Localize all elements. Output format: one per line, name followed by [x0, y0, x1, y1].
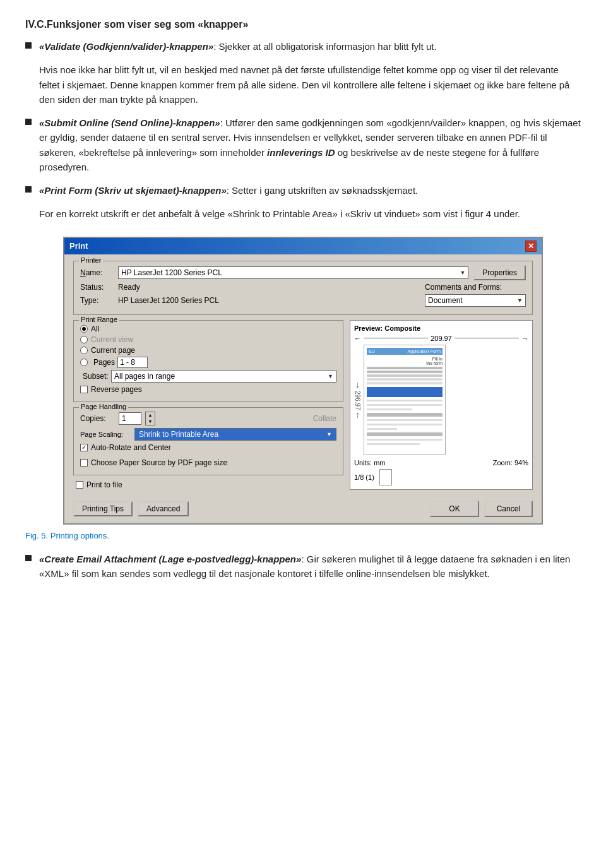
print-after: : Setter i gang utskriften av søknadsskj… [227, 185, 418, 196]
preview-line-5 [367, 382, 443, 384]
auto-rotate-checkbox[interactable]: ✓ [80, 444, 88, 451]
page-content: IV.C.Funksjoner som viser seg som «knapp… [25, 19, 581, 581]
fig-caption: Fig. 5. Printing options. [25, 531, 581, 540]
bullet-validate: «Validate (Godkjenn/valider)-knappen»: S… [25, 39, 581, 54]
printer-name-row: Name: HP LaserJet 1200 Series PCL ▼ Prop… [80, 265, 526, 280]
preview-blue-bar [367, 387, 443, 397]
preview-small-lines [367, 400, 443, 446]
left-col: Print Range All Current view [73, 320, 343, 492]
paper-source-checkbox[interactable] [80, 459, 88, 467]
print-to-file-row: Print to file [76, 480, 343, 489]
page-header-right: Application Form [407, 349, 441, 354]
sl-2 [367, 404, 443, 406]
bullet-square-1 [25, 42, 32, 49]
copies-up[interactable]: ▲ [146, 412, 155, 419]
reverse-pages-checkbox[interactable] [80, 386, 88, 393]
radio-all[interactable]: All [80, 324, 336, 333]
page-num-value: 1/8 (1) [354, 473, 374, 481]
units-zoom-row: Units: mm Zoom: 94% [354, 459, 528, 467]
preview-width-dims: ← 209.97 → [354, 335, 528, 342]
para-hvis: Hvis noe ikke har blitt fylt ut, vil en … [39, 62, 581, 107]
paper-source-label: Choose Paper Source by PDF page size [91, 458, 227, 467]
page-form-line2: the form [367, 361, 443, 366]
subset-dropdown[interactable]: All pages in range ▼ [111, 370, 336, 383]
page-handling-label: Page Handling [79, 403, 128, 410]
comments-arrow: ▼ [517, 297, 523, 304]
ok-button[interactable]: OK [430, 501, 478, 517]
scaling-dropdown[interactable]: Shrink to Printable Area ▼ [134, 428, 336, 441]
printer-name-value: HP LaserJet 1200 Series PCL [121, 268, 222, 277]
preview-line-2 [367, 371, 443, 373]
bullet-square-3 [25, 186, 32, 193]
cancel-button[interactable]: Cancel [484, 501, 533, 517]
printer-name-dropdown[interactable]: HP LaserJet 1200 Series PCL ▼ [118, 266, 468, 279]
validate-bold: «Validate (Godkjenn/valider)-knappen» [39, 41, 213, 52]
status-label: Status: [80, 283, 118, 292]
radio-current-view[interactable]: Current view [80, 335, 336, 344]
bullet-text-print: «Print Form (Skriv ut skjemaet)-knappen»… [39, 183, 581, 198]
reverse-pages-label: Reverse pages [91, 385, 142, 394]
page-form-line1: Fill in [367, 357, 443, 361]
dialog-title: Print [69, 241, 88, 251]
sl-7 [367, 428, 397, 430]
submit-bold: «Submit Online (Send Online)-knappen» [39, 117, 220, 128]
printer-section: Printer Name: HP LaserJet 1200 Series PC… [73, 261, 533, 315]
bullet-text-submit: «Submit Online (Send Online)-knappen»: U… [39, 116, 581, 174]
dialog-footer: Printing Tips Advanced OK Cancel [64, 497, 542, 523]
copies-input[interactable] [119, 412, 141, 425]
dialog-body: Printer Name: HP LaserJet 1200 Series PC… [64, 254, 542, 497]
radio-all-circle[interactable] [80, 325, 88, 333]
units-label: Units: mm [354, 459, 386, 467]
dialog-titlebar: Print ✕ [64, 238, 542, 254]
radio-current-page[interactable]: Current page [80, 346, 336, 355]
printer-status-row: Status: Ready Comments and Forms: [80, 283, 526, 292]
scaling-row: Page Scaling: Shrink to Printable Area ▼ [80, 428, 336, 441]
printer-name-arrow: ▼ [460, 270, 465, 276]
preview-page: EU Application Form Fill in the form [364, 345, 446, 455]
name-label: Name: [80, 268, 118, 277]
pages-input[interactable] [117, 357, 148, 368]
print-dialog: Print ✕ Printer Name: HP LaserJet 1200 S… [63, 237, 543, 525]
bullet-square-2 [25, 119, 32, 125]
sl-1 [367, 400, 443, 401]
sl-8 [367, 432, 443, 436]
preview-img-area: ↓ 296.97 ↑ EU Application Form [354, 345, 528, 455]
preview-page-header: EU Application Form [367, 348, 443, 355]
radio-current-page-circle[interactable] [80, 347, 88, 354]
preview-down-arrow: ↓ 296.97 ↑ [354, 345, 361, 455]
bullet-square-4 [25, 555, 32, 561]
zoom-label: Zoom: 94% [493, 459, 528, 467]
copies-label: Copies: [80, 414, 115, 423]
properties-button[interactable]: Properties [473, 265, 526, 280]
two-col-layout: Print Range All Current view [73, 320, 533, 492]
bullet-submit: «Submit Online (Send Online)-knappen»: U… [25, 116, 581, 174]
printer-section-label: Printer [79, 256, 103, 264]
dialog-close-button[interactable]: ✕ [525, 241, 537, 252]
paper-source-row: Choose Paper Source by PDF page size [80, 458, 336, 467]
validate-after: : Sjekker at all obligatorisk informasjo… [213, 41, 436, 52]
preview-line-4 [367, 378, 443, 381]
scaling-arrow: ▼ [326, 431, 332, 437]
comments-label: Comments and Forms: [425, 283, 526, 292]
page-thumb [379, 469, 392, 485]
copies-down[interactable]: ▼ [146, 419, 155, 425]
comments-dropdown[interactable]: Document ▼ [425, 294, 526, 307]
email-bold: «Create Email Attachment (Lage e-postved… [39, 554, 301, 564]
printing-tips-button[interactable]: Printing Tips [73, 501, 133, 516]
print-to-file-checkbox[interactable] [76, 481, 83, 489]
left-arrow: ← [354, 335, 361, 342]
radio-pages-circle[interactable] [80, 359, 88, 366]
advanced-button[interactable]: Advanced [138, 501, 189, 516]
radio-current-view-label: Current view [91, 335, 133, 344]
right-col: Preview: Composite ← 209.97 → [350, 320, 533, 492]
page-num-row: 1/8 (1) [354, 469, 528, 485]
subset-value: All pages in range [114, 372, 175, 381]
page-scaling-label: Page Scaling: [80, 431, 131, 438]
copies-spinner[interactable]: ▲ ▼ [145, 412, 155, 425]
para-shrink: For en korrekt utskrift er det anbefalt … [39, 206, 581, 221]
radio-current-view-circle[interactable] [80, 336, 88, 343]
sl-10 [367, 443, 420, 445]
print-range-label: Print Range [79, 316, 119, 323]
pages-label: Pages [93, 358, 115, 367]
status-value: Ready [118, 283, 140, 292]
